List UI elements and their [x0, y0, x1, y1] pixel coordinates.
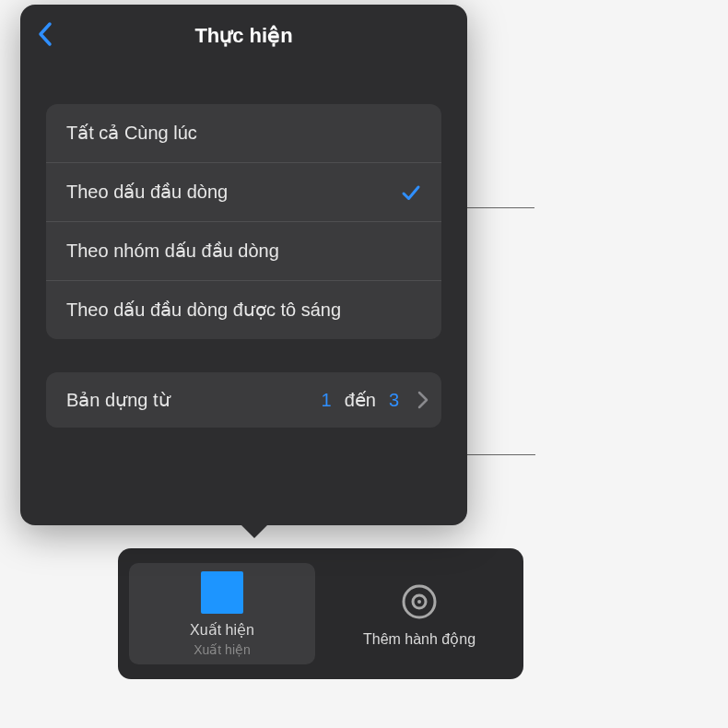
option-all-at-once[interactable]: Tất cả Cùng lúc	[46, 104, 441, 163]
option-by-bullet[interactable]: Theo dấu đầu dòng	[46, 163, 441, 222]
tab-appear[interactable]: Xuất hiện Xuất hiện	[129, 563, 315, 664]
appear-effect-thumbnail	[201, 571, 243, 614]
option-label: Theo dấu đầu dòng	[66, 180, 228, 205]
target-icon	[398, 581, 440, 623]
svg-marker-3	[241, 525, 267, 538]
back-chevron-icon[interactable]	[37, 21, 53, 47]
build-range-group: Bản dựng từ 1 đến 3	[46, 372, 441, 428]
popover-title: Thực hiện	[194, 24, 292, 48]
delivery-options-group: Tất cả Cùng lúc Theo dấu đầu dòng Theo n…	[46, 104, 441, 339]
checkmark-icon	[401, 182, 421, 203]
option-by-highlighted-bullet[interactable]: Theo dấu đầu dòng được tô sáng	[46, 281, 441, 339]
popover-header: Thực hiện	[20, 16, 467, 56]
tab-appear-subtitle: Xuất hiện	[194, 642, 251, 657]
build-range-row[interactable]: Bản dựng từ 1 đến 3	[46, 372, 441, 428]
build-from-value: 1	[322, 390, 332, 411]
build-to-separator: đến	[345, 389, 376, 411]
option-label: Theo nhóm dấu đầu dòng	[66, 239, 279, 264]
chevron-right-icon	[417, 391, 429, 409]
option-label: Tất cả Cùng lúc	[66, 121, 197, 146]
effects-toolbar: Xuất hiện Xuất hiện Thêm hành động	[118, 548, 523, 679]
delivery-popover: Thực hiện Tất cả Cùng lúc Theo dấu đầu d…	[20, 5, 467, 525]
popover-caret-icon	[241, 525, 267, 538]
option-by-bullet-group[interactable]: Theo nhóm dấu đầu dòng	[46, 222, 441, 281]
option-label: Theo dấu đầu dòng được tô sáng	[66, 298, 341, 323]
tab-add-action[interactable]: Thêm hành động	[326, 563, 512, 664]
build-to-value: 3	[389, 390, 399, 411]
tab-add-action-title: Thêm hành động	[363, 630, 476, 648]
tab-appear-title: Xuất hiện	[190, 621, 254, 639]
build-range-label: Bản dựng từ	[66, 389, 309, 411]
svg-point-2	[417, 600, 421, 604]
